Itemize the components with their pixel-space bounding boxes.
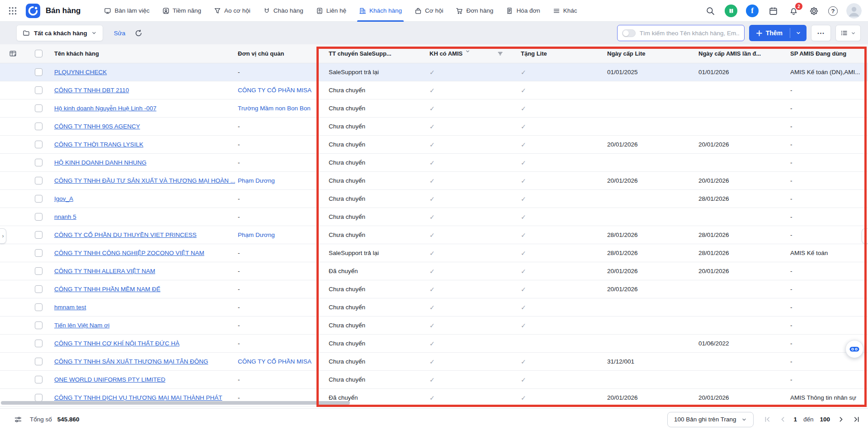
add-button-main[interactable]: Thêm [749, 25, 790, 41]
nav-item-2[interactable]: Tiềm năng [156, 0, 208, 22]
filter-icon[interactable] [497, 50, 504, 58]
header-ngay-cap-amis[interactable]: Ngày cấp AMIS lần đ... [694, 44, 787, 63]
customer-name-link[interactable]: CÔNG TY TNHH PHẦN MỀM NAM ĐẾ [54, 286, 160, 293]
parent-unit-value[interactable]: Phạm Dương [238, 177, 275, 184]
customer-name-link[interactable]: HỘ KINH DOANH DANH NHUNG [54, 159, 146, 166]
header-don-vi-chu-quan[interactable]: Đơn vị chủ quản [235, 44, 319, 63]
calendar-icon[interactable] [767, 5, 779, 17]
table-row[interactable]: CÔNG TY TNHH ALLERA VIỆT NAM - Đã chuyển… [0, 262, 868, 280]
table-row[interactable]: Hộ kinh doanh Nguyễn Huệ Linh -007 Trườn… [0, 99, 868, 118]
row-checkbox[interactable] [35, 285, 42, 293]
docs-icon[interactable] [725, 5, 737, 17]
header-ten-khach-hang[interactable]: Tên khách hàng [52, 44, 235, 63]
last-page-button[interactable] [852, 415, 861, 424]
table-row[interactable]: CÔNG TY TNHH CƠ KHÍ NỘI THẤT ĐỨC HÀ - Ch… [0, 335, 868, 353]
row-checkbox[interactable] [35, 394, 42, 402]
table-row[interactable]: hmnam test - Chưa chuyển ✓ ✓ - [0, 298, 868, 317]
table-row[interactable]: Igov_A - Chưa chuyển ✓ ✓ 28/01/2026 - [0, 190, 868, 208]
table-row[interactable]: CÔNG TY TNHH PHẦN MỀM NAM ĐẾ - Chưa chuy… [0, 280, 868, 298]
nav-item-6[interactable]: Khách hàng [353, 0, 408, 22]
table-row[interactable]: Tiến lên Việt Nam ơi - Chưa chuyển ✓ ✓ - [0, 317, 868, 335]
add-button-caret[interactable] [790, 25, 807, 41]
chatbot-button[interactable] [845, 340, 863, 358]
nav-item-3[interactable]: Ao cơ hội [208, 0, 257, 22]
customer-name-link[interactable]: CÔNG TY TNHH SẢN XUẤT THƯƠNG MẠI TÂN ĐÔN… [54, 358, 208, 365]
row-checkbox[interactable] [35, 68, 42, 76]
nav-item-9[interactable]: Hóa đơn [500, 0, 546, 22]
row-checkbox[interactable] [35, 177, 42, 184]
next-page-button[interactable] [836, 415, 845, 424]
row-checkbox[interactable] [35, 303, 42, 311]
table-row[interactable]: HỘ KINH DOANH DANH NHUNG - Chưa chuyển ✓… [0, 154, 868, 172]
row-checkbox[interactable] [35, 358, 42, 365]
nav-item-1[interactable]: Bàn làm việc [98, 0, 156, 22]
customer-name-link[interactable]: CÔNG TY TNHH ĐẦU TƯ SẢN XUẤT VÀ THƯƠNG M… [54, 177, 235, 184]
notifications-bell-icon[interactable]: 2 [788, 5, 799, 17]
select-all-checkbox[interactable] [25, 44, 52, 63]
table-row[interactable]: CÔNG TY TNHH ĐẦU TƯ SẢN XUẤT VÀ THƯƠNG M… [0, 172, 868, 190]
nav-item-8[interactable]: Đơn hàng [449, 0, 500, 22]
row-checkbox[interactable] [35, 267, 42, 275]
nav-item-10[interactable]: Khác [547, 0, 584, 22]
table-row[interactable]: CÔNG TY TNHH DBT 2110 CÔNG TY CỔ PHẦN MI… [0, 81, 868, 99]
parent-unit-value[interactable]: Phạm Dương [238, 232, 275, 238]
prev-page-button[interactable] [778, 415, 787, 424]
parent-unit-value[interactable]: CÔNG TY CỔ PHẦN MISA [238, 87, 311, 94]
table-row[interactable]: ONE WORLD UNIFORMS PTY LIMITED - Chưa ch… [0, 371, 868, 389]
nav-item-4[interactable]: Chào hàng [257, 0, 310, 22]
settings-gear-icon[interactable] [808, 5, 820, 17]
row-checkbox[interactable] [35, 213, 42, 221]
app-logo-icon[interactable] [26, 4, 40, 18]
horizontal-scrollbar[interactable] [1, 401, 350, 405]
customer-name-link[interactable]: CÔNG TY CỔ PHẦN DU THUYỀN VIET PRINCESS [54, 232, 197, 238]
list-options-button[interactable] [835, 25, 861, 41]
parent-unit-value[interactable]: Trường Mầm non Bon Bon [238, 105, 311, 112]
edit-view-link[interactable]: Sửa [114, 30, 126, 37]
table-row[interactable]: CÔNG TY TNHH SẢN XUẤT THƯƠNG MẠI TÂN ĐÔN… [0, 353, 868, 371]
page-size-select[interactable]: 100 Bản ghi trên Trang [667, 412, 754, 427]
row-checkbox[interactable] [35, 340, 42, 347]
left-panel-expander[interactable]: › [0, 228, 6, 244]
customer-name-link[interactable]: CÔNG TY TNHH CƠ KHÍ NỘI THẤT ĐỨC HÀ [54, 340, 179, 347]
row-checkbox[interactable] [35, 195, 42, 203]
user-avatar[interactable] [846, 3, 862, 19]
table-row[interactable]: CÔNG TY CỔ PHẦN DU THUYỀN VIET PRINCESS … [0, 226, 868, 244]
table-row[interactable]: CÔNG TY TNHH CÔNG NGHIỆP ZOCONO VIỆT NAM… [0, 244, 868, 262]
right-panel-expander[interactable]: ‹ [862, 228, 868, 244]
customer-name-link[interactable]: Tiến lên Việt Nam ơi [54, 322, 109, 329]
customer-name-link[interactable]: CÔNG TY TNHH ALLERA VIỆT NAM [54, 268, 155, 274]
table-row[interactable]: CÔNG TY THỜI TRANG LYSILK - Chưa chuyển … [0, 136, 868, 154]
customer-name-link[interactable]: ONE WORLD UNIFORMS PTY LIMITED [54, 376, 165, 383]
column-settings-icon[interactable] [0, 44, 25, 63]
more-actions-button[interactable]: ... [811, 25, 831, 41]
customer-name-link[interactable]: CÔNG TY TNHH CÔNG NGHIỆP ZOCONO VIỆT NAM [54, 250, 204, 256]
search-icon[interactable] [704, 5, 716, 17]
row-checkbox[interactable] [35, 104, 42, 112]
row-checkbox[interactable] [35, 321, 42, 329]
row-checkbox[interactable] [35, 123, 42, 130]
customer-name-link[interactable]: CÔNG TY TNHH 90S AGENCY [54, 123, 140, 130]
search-toggle[interactable] [622, 29, 636, 37]
customer-name-link[interactable]: CÔNG TY TNHH DỊCH VỤ THƯƠNG MẠI MAI THÀN… [54, 394, 222, 401]
row-checkbox[interactable] [35, 231, 42, 239]
nav-item-7[interactable]: Cơ hội [408, 0, 449, 22]
customer-name-link[interactable]: PLQUYNH CHECK [54, 69, 107, 76]
table-row[interactable]: nnanh 5 - Chưa chuyển ✓ ✓ - [0, 208, 868, 226]
row-checkbox[interactable] [35, 86, 42, 94]
header-tang-lite[interactable]: Tặng Lite [515, 44, 604, 63]
table-row[interactable]: PLQUYNH CHECK - SaleSupport trả lại ✓ ✓ … [0, 63, 868, 81]
help-icon[interactable]: ? [828, 6, 838, 16]
parent-unit-value[interactable]: CÔNG TY CỔ PHẦN MISA [238, 358, 311, 365]
customer-name-link[interactable]: Igov_A [54, 195, 73, 202]
header-ngay-cap-lite[interactable]: Ngày cấp Lite [604, 44, 694, 63]
first-page-button[interactable] [763, 415, 772, 424]
apps-grid-icon[interactable] [7, 5, 19, 17]
header-kh-co-amis[interactable]: KH có AMIS [425, 44, 515, 63]
view-selector[interactable]: Tất cả khách hàng [16, 25, 103, 41]
sort-chevron-icon[interactable] [465, 48, 470, 55]
customer-name-link[interactable]: nnanh 5 [54, 213, 76, 220]
row-checkbox[interactable] [35, 159, 42, 166]
header-sp-amis-dang-dung[interactable]: SP AMIS Đang dùng [787, 44, 868, 63]
row-checkbox[interactable] [35, 376, 42, 383]
customer-name-link[interactable]: hmnam test [54, 304, 86, 311]
